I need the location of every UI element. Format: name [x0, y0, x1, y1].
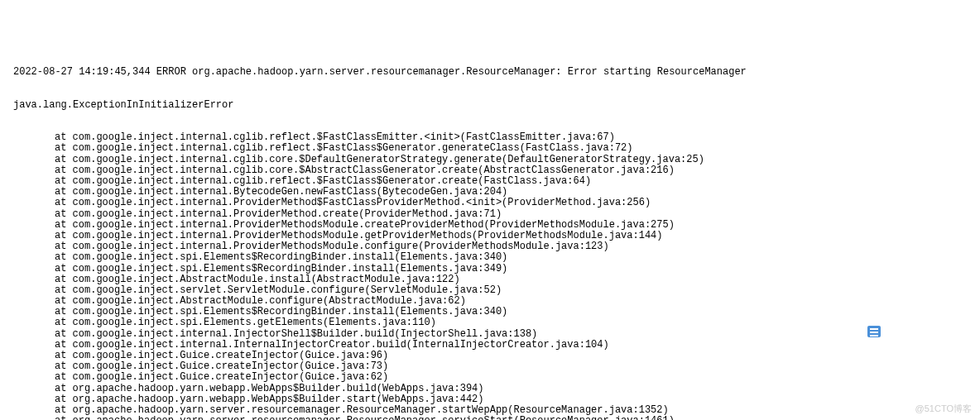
stack-frame: at com.google.inject.internal.ProviderMe…	[3, 198, 977, 208]
log-message: Error starting ResourceManager	[568, 66, 747, 78]
stack-frame: at org.apache.hadoop.yarn.webapp.WebApps…	[3, 394, 977, 405]
stack-frame: at com.google.inject.AbstractModule.inst…	[3, 274, 977, 285]
stack-frame: at com.google.inject.spi.Elements.getEle…	[3, 317, 977, 328]
log-class: org.apache.hadoop.yarn.server.resourcema…	[192, 66, 561, 78]
stack-frame: at com.google.inject.internal.cglib.refl…	[3, 143, 977, 154]
log-output: 2022-08-27 14:19:45,344 ERROR org.apache…	[0, 44, 980, 420]
timestamp: 2022-08-27 14:19:45,344	[13, 66, 151, 78]
stack-trace-1: at com.google.inject.internal.cglib.refl…	[3, 132, 977, 420]
stack-frame: at com.google.inject.spi.Elements$Record…	[3, 252, 977, 263]
stack-frame: at com.google.inject.Guice.createInjecto…	[3, 372, 977, 383]
stack-frame: at org.apache.hadoop.yarn.webapp.WebApps…	[3, 384, 977, 394]
stack-frame: at com.google.inject.internal.ProviderMe…	[3, 220, 977, 231]
selection-menu-icon[interactable]	[867, 326, 881, 337]
stack-frame: at com.google.inject.internal.ProviderMe…	[3, 209, 977, 220]
watermark: @51CTO博客	[915, 403, 972, 413]
stack-frame: at com.google.inject.internal.InjectorSh…	[3, 329, 977, 340]
log-header-line: 2022-08-27 14:19:45,344 ERROR org.apache…	[3, 67, 977, 78]
log-level: ERROR	[156, 66, 186, 78]
stack-frame: at com.google.inject.internal.cglib.core…	[3, 155, 977, 165]
exception-root: java.lang.ExceptionInInitializerError	[3, 100, 977, 111]
stack-frame: at org.apache.hadoop.yarn.server.resourc…	[3, 416, 977, 420]
stack-frame: at com.google.inject.spi.Elements$Record…	[3, 264, 977, 274]
